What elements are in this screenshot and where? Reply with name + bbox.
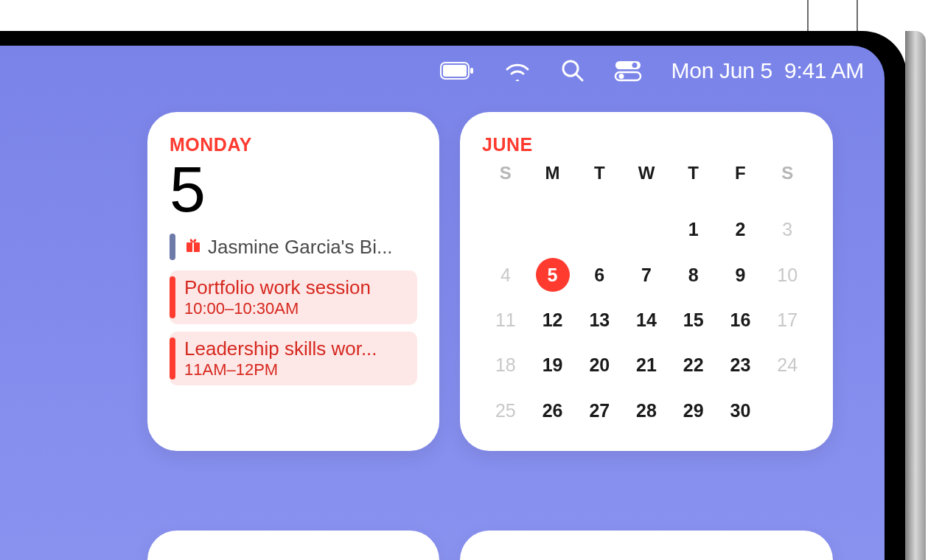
menu-bar: Mon Jun 5 9:41 AM [0, 46, 885, 96]
dow-label: S [764, 155, 811, 207]
calendar-day[interactable]: 22 [670, 343, 717, 388]
calendar-day[interactable]: 1 [670, 207, 717, 252]
svg-rect-1 [443, 65, 467, 77]
desktop: Mon Jun 5 9:41 AM MONDAY 5 [0, 46, 885, 560]
menu-bar-datetime[interactable]: Mon Jun 5 9:41 AM [671, 58, 864, 83]
calendar-today-widget[interactable]: MONDAY 5 [147, 112, 439, 451]
calendar-day[interactable]: 15 [670, 298, 717, 343]
svg-point-8 [618, 74, 624, 79]
month-grid: SMTWTFS123456789101112131415161718192021… [482, 155, 811, 433]
dow-label: F [717, 155, 764, 207]
calendar-day[interactable]: 28 [623, 388, 670, 433]
event-title: Leadership skills wor... [184, 337, 377, 360]
calendar-day[interactable]: 17 [764, 298, 811, 343]
calendar-day[interactable]: 18 [482, 343, 529, 388]
month-label: JUNE [482, 134, 811, 155]
calendar-day [482, 207, 529, 252]
event-time: 10:00–10:30AM [184, 299, 371, 318]
calendar-day[interactable]: 23 [717, 343, 764, 388]
events-list: Jasmine Garcia's Bi... Portfolio work se… [170, 231, 417, 385]
calendar-day[interactable]: 14 [623, 298, 670, 343]
calendar-day[interactable]: 13 [576, 298, 623, 343]
svg-rect-2 [470, 68, 473, 74]
event-item[interactable]: Jasmine Garcia's Bi... [170, 231, 417, 263]
calendar-day[interactable]: 20 [576, 343, 623, 388]
calendar-day[interactable]: 27 [576, 388, 623, 433]
calendar-day[interactable]: 16 [717, 298, 764, 343]
dow-label: T [670, 155, 717, 207]
dow-label: T [576, 155, 623, 207]
calendar-day [529, 207, 576, 252]
control-center-icon[interactable] [614, 60, 642, 82]
svg-line-4 [576, 74, 582, 80]
calendar-day[interactable]: 3 [764, 207, 811, 252]
calendar-day[interactable]: 26 [529, 388, 576, 433]
calendar-day[interactable]: 25 [482, 388, 529, 433]
dow-label: S [482, 155, 529, 207]
today-day-number: 5 [170, 157, 417, 222]
battery-icon[interactable] [440, 62, 474, 80]
calendar-day[interactable]: 4 [482, 253, 529, 298]
wifi-icon[interactable] [503, 60, 531, 81]
event-item[interactable]: Leadership skills wor... 11AM–12PM [170, 332, 417, 385]
device-edge [905, 31, 926, 560]
calendar-day[interactable]: 24 [764, 343, 811, 388]
calendar-month-widget[interactable]: JUNE SMTWTFS1234567891011121314151617181… [460, 112, 833, 451]
svg-rect-11 [192, 242, 194, 252]
event-color-bar [170, 337, 175, 379]
calendar-day[interactable]: 5 [529, 253, 576, 298]
calendar-day[interactable]: 9 [717, 253, 764, 298]
calendar-day[interactable]: 12 [529, 298, 576, 343]
dow-label: M [529, 155, 576, 207]
calendar-day [764, 388, 811, 433]
event-color-bar [170, 276, 175, 318]
calendar-day[interactable]: 7 [623, 253, 670, 298]
svg-point-6 [632, 63, 637, 68]
event-title: Jasmine Garcia's Bi... [208, 236, 393, 259]
calendar-day[interactable]: 11 [482, 298, 529, 343]
calendar-day[interactable]: 2 [717, 207, 764, 252]
calendar-day[interactable]: 30 [717, 388, 764, 433]
widget-below[interactable] [147, 531, 439, 560]
menu-bar-date: Mon Jun 5 [671, 58, 772, 83]
event-color-bar [170, 234, 175, 260]
menu-bar-time: 9:41 AM [784, 58, 864, 83]
calendar-day[interactable]: 29 [670, 388, 717, 433]
widget-below[interactable] [460, 531, 833, 560]
calendar-day[interactable]: 21 [623, 343, 670, 388]
calendar-day[interactable]: 19 [529, 343, 576, 388]
widgets-row: MONDAY 5 [0, 96, 885, 451]
dow-label: W [623, 155, 670, 207]
calendar-day[interactable]: 10 [764, 253, 811, 298]
calendar-day [623, 207, 670, 252]
event-item[interactable]: Portfolio work session 10:00–10:30AM [170, 270, 417, 324]
calendar-day [576, 207, 623, 252]
birthday-icon [184, 237, 202, 257]
event-title: Portfolio work session [184, 276, 371, 299]
calendar-day[interactable]: 6 [576, 253, 623, 298]
search-icon[interactable] [561, 59, 585, 83]
calendar-day[interactable]: 8 [670, 253, 717, 298]
today-day-name: MONDAY [170, 134, 417, 155]
event-time: 11AM–12PM [184, 360, 377, 379]
